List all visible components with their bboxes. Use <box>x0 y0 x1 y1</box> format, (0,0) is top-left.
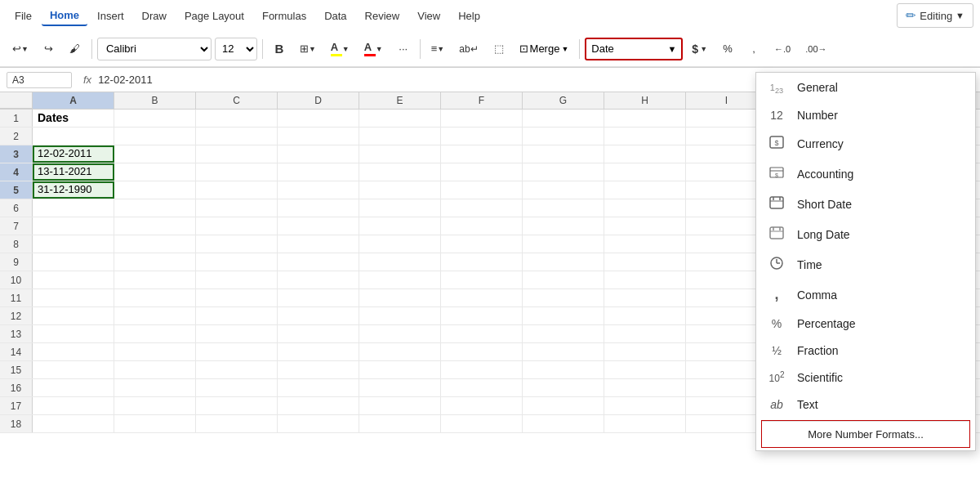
grid-cell[interactable] <box>441 415 523 432</box>
grid-cell[interactable] <box>278 343 359 360</box>
grid-cell[interactable] <box>33 271 114 288</box>
menu-file[interactable]: File <box>7 7 40 25</box>
grid-cell[interactable] <box>114 415 196 432</box>
grid-cell[interactable] <box>114 343 196 360</box>
undo-button[interactable]: ↩ ▼ <box>7 37 34 61</box>
grid-cell[interactable] <box>114 361 196 378</box>
grid-cell[interactable] <box>278 181 359 199</box>
col-header-a[interactable]: A <box>33 92 114 109</box>
menu-insert[interactable]: Insert <box>89 7 132 25</box>
menu-data[interactable]: Data <box>316 7 354 25</box>
grid-cell[interactable] <box>278 217 359 235</box>
grid-cell[interactable] <box>114 325 196 342</box>
grid-cell[interactable] <box>523 271 604 288</box>
fill-color-button[interactable]: A ▼ <box>325 37 355 61</box>
redo-button[interactable]: ↪ <box>38 37 60 61</box>
grid-cell[interactable] <box>604 199 686 217</box>
col-header-c[interactable]: C <box>196 92 278 109</box>
grid-cell[interactable] <box>359 217 441 235</box>
grid-cell[interactable] <box>196 163 278 181</box>
grid-cell[interactable] <box>604 163 686 181</box>
align-button[interactable]: ≡ ▼ <box>425 37 451 61</box>
format-option-percentage[interactable]: %Percentage <box>756 310 975 337</box>
grid-cell[interactable] <box>604 379 686 396</box>
grid-cell[interactable]: 12-02-2011 <box>33 145 114 163</box>
grid-cell[interactable] <box>441 253 523 271</box>
grid-cell[interactable] <box>441 307 523 324</box>
grid-cell[interactable] <box>196 199 278 217</box>
grid-cell[interactable] <box>278 289 359 306</box>
grid-cell[interactable] <box>441 289 523 306</box>
grid-cell[interactable] <box>278 199 359 217</box>
menu-formulas[interactable]: Formulas <box>254 7 314 25</box>
grid-cell[interactable] <box>441 217 523 235</box>
grid-cell[interactable] <box>196 379 278 396</box>
format-painter-button[interactable]: 🖌 <box>64 37 87 61</box>
grid-cell[interactable] <box>523 379 604 396</box>
format-option-time[interactable]: Time <box>756 249 975 280</box>
number-format-dropdown[interactable]: Date ▼ <box>585 38 683 60</box>
grid-cell[interactable] <box>523 343 604 360</box>
format-option-comma[interactable]: ,Comma <box>756 280 975 310</box>
font-select[interactable]: Calibri <box>97 38 212 60</box>
grid-cell[interactable] <box>278 307 359 324</box>
grid-cell[interactable] <box>33 415 114 432</box>
grid-cell[interactable] <box>359 289 441 306</box>
grid-cell[interactable]: Dates <box>33 110 114 127</box>
percent-button[interactable]: % <box>716 37 739 61</box>
grid-cell[interactable] <box>359 181 441 199</box>
menu-help[interactable]: Help <box>450 7 488 25</box>
col-header-f[interactable]: F <box>441 92 523 109</box>
format-option-currency[interactable]: $Currency <box>756 128 975 159</box>
grid-cell[interactable] <box>196 145 278 163</box>
grid-cell[interactable] <box>441 163 523 181</box>
grid-cell[interactable] <box>523 325 604 342</box>
grid-cell[interactable] <box>196 343 278 360</box>
grid-cell[interactable] <box>523 361 604 378</box>
grid-cell[interactable] <box>604 397 686 414</box>
col-header-e[interactable]: E <box>359 92 441 109</box>
grid-cell[interactable] <box>33 217 114 235</box>
grid-cell[interactable] <box>604 289 686 306</box>
font-color-button[interactable]: A ▼ <box>359 37 389 61</box>
grid-cell[interactable] <box>359 343 441 360</box>
menu-view[interactable]: View <box>409 7 448 25</box>
format-option-accounting[interactable]: $Accounting <box>756 159 975 189</box>
grid-cell[interactable] <box>441 343 523 360</box>
grid-cell[interactable] <box>359 253 441 271</box>
grid-cell[interactable] <box>114 145 196 163</box>
grid-cell[interactable] <box>196 307 278 324</box>
grid-cell[interactable] <box>359 415 441 432</box>
grid-cell[interactable] <box>33 379 114 396</box>
format-option-short-date[interactable]: Short Date <box>756 189 975 219</box>
grid-cell[interactable] <box>114 289 196 306</box>
grid-cell[interactable] <box>278 163 359 181</box>
merge-button[interactable]: ⊡ Merge ▼ <box>514 37 575 61</box>
borders-button[interactable]: ⊞ ▼ <box>294 37 322 61</box>
col-header-b[interactable]: B <box>114 92 196 109</box>
grid-cell[interactable] <box>523 289 604 306</box>
grid-cell[interactable] <box>359 163 441 181</box>
grid-cell[interactable] <box>523 253 604 271</box>
grid-cell[interactable] <box>196 127 278 145</box>
grid-cell[interactable] <box>278 415 359 432</box>
grid-cell[interactable] <box>359 271 441 288</box>
grid-cell[interactable]: 13-11-2021 <box>33 163 114 181</box>
dollar-button[interactable]: $ ▼ <box>686 37 713 61</box>
format-option-number[interactable]: 12Number <box>756 101 975 128</box>
grid-cell[interactable] <box>523 307 604 324</box>
editing-button[interactable]: ✏ Editing ▼ <box>897 3 973 28</box>
grid-cell[interactable] <box>278 361 359 378</box>
grid-cell[interactable] <box>523 235 604 253</box>
format-option-text[interactable]: abText <box>756 391 975 418</box>
grid-cell[interactable] <box>604 343 686 360</box>
grid-cell[interactable] <box>441 361 523 378</box>
col-header-d[interactable]: D <box>278 92 359 109</box>
grid-cell[interactable] <box>359 145 441 163</box>
grid-cell[interactable] <box>33 127 114 145</box>
grid-cell[interactable] <box>604 271 686 288</box>
grid-cell[interactable] <box>196 325 278 342</box>
grid-cell[interactable] <box>441 199 523 217</box>
col-header-g[interactable]: G <box>523 92 604 109</box>
grid-cell[interactable] <box>278 253 359 271</box>
